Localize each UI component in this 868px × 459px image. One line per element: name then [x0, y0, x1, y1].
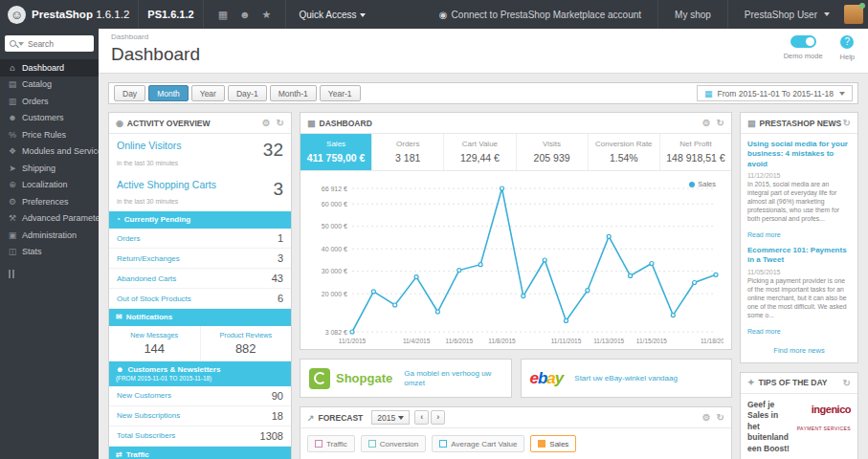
- total-subscribers-link[interactable]: Total Subscribers: [117, 431, 175, 440]
- sidebar-item-shipping[interactable]: ➤Shipping: [0, 160, 99, 177]
- gear-icon[interactable]: ⚙: [262, 118, 271, 128]
- toggle-traffic[interactable]: Traffic: [307, 435, 355, 452]
- sidebar-item-preferences[interactable]: ⚙Preferences: [0, 193, 99, 210]
- search-input[interactable]: [28, 39, 78, 49]
- new-messages-cell[interactable]: New Messages 144: [109, 326, 200, 361]
- sidebar-search[interactable]: [5, 35, 94, 52]
- marketplace-link[interactable]: ◉Connect to PrestaShop Marketplace accou…: [439, 10, 641, 20]
- filter-day-button[interactable]: Day: [114, 85, 145, 101]
- abandoned-carts-value: 43: [272, 273, 283, 284]
- dashboard-panel: ▦ DASHBOARD ⚙ ↻ Sales411 759,00 € Orders…: [300, 112, 732, 350]
- prev-year-button[interactable]: ‹: [414, 410, 429, 425]
- pending-orders-value: 1: [278, 232, 283, 244]
- toggle-average-cart-value[interactable]: Average Cart Value: [432, 435, 524, 452]
- refresh-icon[interactable]: ↻: [843, 378, 851, 388]
- my-shop-link[interactable]: My shop: [675, 10, 711, 20]
- sidebar-item-label: Price Rules: [22, 130, 66, 140]
- out-of-stock-link[interactable]: Out of Stock Products: [117, 295, 191, 303]
- forecast-year-select[interactable]: 2015: [371, 410, 410, 425]
- filter-month-button[interactable]: Month: [148, 85, 189, 101]
- svg-text:11/8/2015: 11/8/2015: [488, 338, 516, 344]
- refresh-icon[interactable]: ↻: [843, 118, 851, 128]
- ebay-ad-link[interactable]: Start uw eBay-winkel vandaag: [574, 374, 678, 383]
- new-messages-link[interactable]: New Messages: [111, 331, 198, 339]
- svg-text:11/15/2015: 11/15/2015: [636, 338, 667, 344]
- kpi-sales[interactable]: Sales411 759,00 €: [300, 134, 372, 170]
- sidebar-item-catalog[interactable]: ▤Catalog: [0, 76, 99, 94]
- shopgate-ad-link[interactable]: Ga mobiel en verhoog uw omzet: [404, 369, 501, 388]
- sidebar-item-dashboard[interactable]: ⌂Dashboard: [0, 59, 99, 76]
- sidebar-item-price-rules[interactable]: %Price Rules: [0, 126, 99, 143]
- sidebar-item-modules[interactable]: ❖Modules and Services: [0, 143, 99, 161]
- profile-icon[interactable]: ☻: [239, 9, 251, 20]
- quick-access-menu[interactable]: Quick Access: [299, 10, 365, 20]
- product-reviews-link[interactable]: Product Reviews: [203, 331, 290, 339]
- new-customers-link[interactable]: New Customers: [117, 391, 171, 400]
- forecast-nav: ‹ ›: [414, 410, 445, 425]
- legend-label: Sales: [698, 180, 716, 188]
- returns-link[interactable]: Return/Exchanges: [117, 254, 180, 263]
- new-customers-row: New Customers90: [109, 386, 291, 406]
- gear-icon[interactable]: ⚙: [702, 118, 711, 128]
- product-reviews-cell[interactable]: Product Reviews 882: [200, 326, 292, 361]
- kpi-net-profit[interactable]: Net Profit148 918,51 €: [660, 134, 731, 170]
- refresh-icon[interactable]: ↻: [277, 118, 284, 128]
- sidebar-collapse-button[interactable]: [9, 270, 99, 278]
- user-name: PrestaShop User: [745, 10, 817, 20]
- kpi-visits[interactable]: Visits205 939: [517, 134, 589, 170]
- prestashop-news-panel: ▤ PRESTASHOP NEWS ↻ Using social media f…: [740, 112, 858, 363]
- sidebar-item-customers[interactable]: ☻Customers: [0, 110, 99, 127]
- svg-text:11/13/2015: 11/13/2015: [593, 338, 624, 344]
- catalog-icon: ▤: [7, 79, 18, 89]
- cart-icon[interactable]: ▦: [218, 9, 228, 21]
- sidebar-item-localization[interactable]: ⊕Localization: [0, 177, 99, 194]
- kpi-conversion-rate[interactable]: Conversion Rate1.54%: [589, 134, 660, 170]
- filter-day-1-button[interactable]: Day-1: [228, 85, 267, 101]
- filter-year-1-button[interactable]: Year-1: [320, 85, 361, 101]
- refresh-icon[interactable]: ↻: [717, 412, 724, 423]
- sidebar-item-orders[interactable]: ▥Orders: [0, 93, 99, 110]
- kpi-orders[interactable]: Orders3 181: [372, 134, 444, 170]
- online-visitors-link[interactable]: Online Visitors: [117, 141, 182, 152]
- news-item-title[interactable]: Ecommerce 101: Payments in a Tweet: [747, 246, 851, 266]
- prestashop-logo-icon: ☺: [8, 6, 26, 24]
- sales-color-swatch: [538, 440, 545, 448]
- gear-icon[interactable]: ⚙: [702, 412, 711, 423]
- new-subscriptions-link[interactable]: New Subscriptions: [117, 411, 180, 420]
- abandoned-carts-link[interactable]: Abandoned Carts: [117, 274, 176, 283]
- divider: [727, 0, 728, 29]
- filter-year-button[interactable]: Year: [191, 85, 225, 101]
- filter-month-1-button[interactable]: Month-1: [270, 85, 317, 101]
- next-year-button[interactable]: ›: [431, 410, 445, 425]
- ebay-letter: a: [546, 369, 554, 387]
- user-menu[interactable]: PrestaShop User: [745, 10, 830, 20]
- kpi-label: Sales: [302, 140, 369, 148]
- section-title: Traffic: [126, 450, 149, 459]
- demo-mode-toggle[interactable]: [790, 35, 816, 48]
- find-more-news-link[interactable]: Find more news: [741, 342, 857, 362]
- avatar[interactable]: [844, 5, 863, 24]
- sidebar-item-administration[interactable]: ▣Administration: [0, 227, 99, 244]
- pending-orders-link[interactable]: Orders: [117, 234, 140, 243]
- sidebar-item-advanced-parameters[interactable]: ⚒Advanced Parameters: [0, 210, 99, 228]
- toggle-conversion[interactable]: Conversion: [361, 435, 426, 452]
- read-more-link[interactable]: Read more: [747, 328, 781, 335]
- help-button[interactable]: ?: [840, 35, 854, 49]
- refresh-icon[interactable]: ↻: [717, 118, 724, 128]
- trophy-icon[interactable]: ★: [262, 9, 272, 21]
- marketplace-label: Connect to PrestaShop Marketplace accoun…: [452, 10, 641, 20]
- toggle-label: Average Cart Value: [451, 440, 517, 448]
- chevron-down-icon[interactable]: [18, 42, 24, 46]
- kpi-cart-value[interactable]: Cart Value129,44 €: [444, 134, 516, 170]
- toggle-sales[interactable]: Sales: [530, 435, 576, 452]
- read-more-link[interactable]: Read more: [747, 231, 781, 238]
- sidebar-item-stats[interactable]: ◫Stats: [0, 244, 99, 261]
- toggle-label: Conversion: [380, 440, 418, 448]
- active-carts-link[interactable]: Active Shopping Carts: [117, 180, 216, 191]
- sales-chart: 66 912 €60 000 €50 000 €40 000 €30 000 €…: [308, 175, 723, 347]
- section-title: Notifications: [126, 313, 172, 321]
- bulb-icon: ✦: [747, 378, 755, 387]
- date-range-picker[interactable]: ▦ From 2015-11-01 To 2015-11-18: [697, 85, 853, 101]
- svg-text:11/6/2015: 11/6/2015: [446, 338, 474, 344]
- news-item-title[interactable]: Using social media for your business: 4 …: [747, 140, 851, 169]
